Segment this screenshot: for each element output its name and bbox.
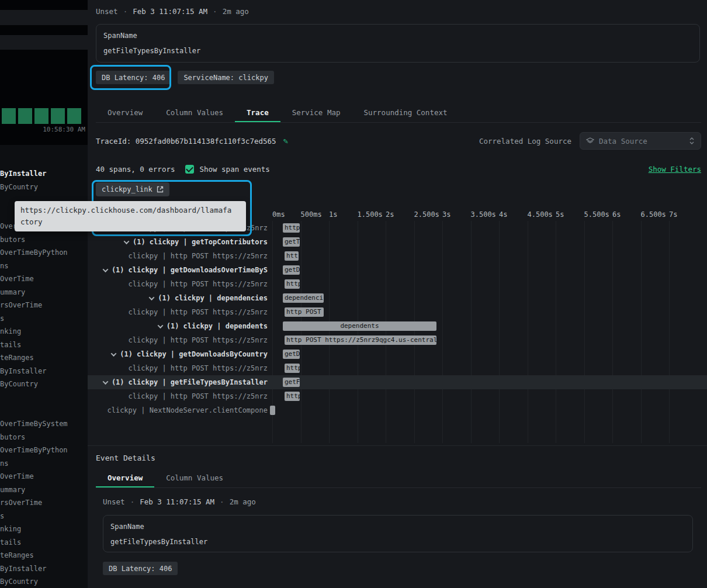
sidebar-item[interactable]: OverTimeByPython	[0, 444, 88, 457]
trace-row[interactable]: (1)clickpy | dependentsdependents	[88, 319, 707, 333]
trace-row-label: clickpy | http POST https://z5nrz	[88, 249, 268, 263]
trace-row-label: (1)clickpy | getDownloadsByCountry	[88, 347, 268, 361]
chevron-down-icon[interactable]	[149, 295, 155, 300]
span-name-label: clickpy | getTopContributors	[150, 238, 268, 246]
sidebar-item[interactable]: OverTimeBySystem	[0, 417, 88, 431]
sidebar-item[interactable]: rsOverTime	[0, 299, 88, 312]
trace-row[interactable]: (1)clickpy | getDownloadsByCountrygetD	[88, 347, 707, 361]
event-tab-column-values[interactable]: Column Values	[154, 469, 235, 487]
trace-row[interactable]: clickpy | http POST https://z5nrzhttp	[88, 277, 707, 291]
trace-row[interactable]: clickpy | http POST https://z5nrzhttp PO…	[88, 305, 707, 319]
trace-row[interactable]: clickpy | NextNodeServer.clientCompone	[88, 403, 707, 417]
link-tooltip: https://clickpy.clickhouse.com/dashboard…	[15, 201, 246, 231]
sidebar-item[interactable]: s	[0, 312, 88, 326]
histogram-bar[interactable]	[34, 108, 48, 124]
sidebar-item[interactable]: nking	[0, 523, 88, 536]
event-tab-overview[interactable]: Overview	[96, 469, 154, 487]
tab-trace[interactable]: Trace	[235, 104, 280, 122]
span-duration-bar[interactable]: http	[285, 364, 300, 373]
sidebar-item[interactable]: rsOverTime	[0, 496, 88, 510]
chevron-down-icon[interactable]	[102, 267, 108, 272]
sidebar-item[interactable]: ns	[0, 260, 88, 273]
sidebar-item[interactable]: ByCountry	[0, 181, 88, 194]
span-duration-bar[interactable]: http POST	[285, 307, 324, 317]
clickpy-link-chip[interactable]: clickpy_link	[96, 182, 169, 196]
sidebar-item[interactable]: OverTimeByPython	[0, 246, 88, 260]
trace-row-label: clickpy | http POST https://z5nrz	[88, 361, 268, 375]
chevron-down-icon[interactable]	[111, 351, 117, 357]
trace-row[interactable]: clickpy | http POST https://z5nrzhttp	[88, 361, 707, 375]
span-duration-bar[interactable]: http	[283, 223, 300, 233]
histogram-bar[interactable]	[67, 108, 81, 124]
span-details-panel: Unset · Feb 3 11:07:15 AM · 2m ago SpanN…	[88, 0, 707, 588]
tab-service-map[interactable]: Service Map	[280, 104, 352, 122]
sidebar-row-stripe	[0, 35, 88, 50]
span-duration-bar[interactable]: http	[285, 279, 300, 289]
sidebar-item[interactable]: ByInstaller	[0, 365, 88, 378]
sidebar-item[interactable]: ummary	[0, 483, 88, 497]
dot-separator: ·	[130, 497, 135, 506]
sidebar-item[interactable]: nking	[0, 325, 88, 338]
span-duration-bar[interactable]: getD	[283, 265, 300, 275]
trace-row[interactable]: (1)clickpy | getTopContributorsgetT	[88, 235, 707, 249]
span-duration-bar[interactable]: http POST https://z5nrz9qgc4.us-central	[285, 335, 436, 345]
sidebar-item[interactable]: teRanges	[0, 549, 88, 562]
db-latency-chip[interactable]: DB Latency: 406	[103, 562, 178, 575]
trace-row[interactable]: (1)clickpy | dependenciesdependenci	[88, 291, 707, 305]
span-name-value: getFileTypesByInstaller	[110, 538, 685, 546]
span-duration-bar[interactable]: getFi	[283, 378, 300, 387]
sidebar-item[interactable]: ByCountry	[0, 378, 88, 391]
histogram-bar[interactable]	[51, 108, 65, 124]
tooltip-url-line2: ctory	[20, 216, 240, 228]
show-span-events-checkbox[interactable]	[185, 165, 194, 174]
sidebar-item[interactable]: tails	[0, 536, 88, 549]
sidebar-item[interactable]: ByInstaller	[0, 167, 88, 181]
data-source-select[interactable]: Data Source	[580, 132, 701, 150]
sidebar-item[interactable]: butors	[0, 431, 88, 444]
edit-icon[interactable]: ✎	[283, 136, 288, 146]
histogram-bar[interactable]	[18, 108, 32, 124]
span-duration-bar[interactable]: htt	[285, 251, 299, 261]
sidebar-item[interactable]: teRanges	[0, 351, 88, 365]
span-duration-bar[interactable]: dependents	[283, 321, 436, 331]
histogram-bar[interactable]	[2, 108, 16, 124]
sidebar-item[interactable]: OverTime	[0, 470, 88, 483]
sidebar-item[interactable]: tails	[0, 338, 88, 352]
sidebar-item[interactable]: ns	[0, 457, 88, 471]
sidebar-list-bottom: OverTimeBySystembutorsOverTimeByPythonns…	[0, 417, 88, 588]
sidebar-item[interactable]: butors	[0, 233, 88, 247]
event-age: 2m ago	[223, 7, 249, 16]
service-name-chip[interactable]: ServiceName: clickpy	[178, 71, 274, 84]
trace-row[interactable]: (1)clickpy | getFileTypesByInstallergetF…	[88, 375, 707, 389]
sidebar-item[interactable]: ByCountry	[0, 575, 88, 588]
chevron-down-icon[interactable]	[124, 238, 130, 244]
span-duration-bar[interactable]: http	[285, 392, 300, 401]
trace-row[interactable]: clickpy | http POST https://z5nrzhttp PO…	[88, 333, 707, 347]
tab-overview[interactable]: Overview	[96, 104, 154, 122]
trace-row[interactable]: clickpy | http POST https://z5nrzhttp	[88, 389, 707, 403]
chevron-down-icon[interactable]	[157, 323, 163, 328]
tab-surrounding-context[interactable]: Surrounding Context	[352, 104, 459, 122]
trace-row[interactable]: (1)clickpy | getDownloadsOverTimeBySgetD	[88, 263, 707, 277]
span-name-box: SpanName getFileTypesByInstaller	[96, 24, 700, 63]
span-duration-bar[interactable]: getT	[283, 237, 300, 247]
span-duration-bar[interactable]: getD	[283, 350, 300, 359]
sidebar-item[interactable]: s	[0, 510, 88, 523]
sidebar-item[interactable]: OverTime	[0, 272, 88, 286]
chevron-down-icon[interactable]	[102, 379, 108, 385]
db-latency-chip[interactable]: DB Latency: 406	[96, 71, 171, 84]
time-tick-label: 1s	[329, 210, 337, 219]
tab-column-values[interactable]: Column Values	[154, 104, 235, 122]
span-name-label: clickpy | getDownloadsByCountry	[137, 350, 268, 358]
clickpy-link-label: clickpy_link	[102, 185, 153, 193]
trace-id-row: TraceId: 0952fad0b67b114138fc110f3c7ed56…	[96, 132, 701, 150]
time-tick-label: 3s	[442, 210, 450, 219]
sidebar-item[interactable]: ummary	[0, 286, 88, 299]
span-duration-bar[interactable]	[270, 406, 275, 415]
sidebar-item[interactable]: ByInstaller	[0, 562, 88, 576]
trace-row[interactable]: clickpy | http POST https://z5nrzhtt	[88, 249, 707, 263]
span-duration-bar[interactable]: dependenci	[283, 293, 324, 303]
show-filters-link[interactable]: Show Filters	[649, 165, 701, 174]
event-timestamp: Feb 3 11:07:15 AM	[133, 7, 207, 16]
span-name-label: SpanName	[103, 32, 692, 40]
